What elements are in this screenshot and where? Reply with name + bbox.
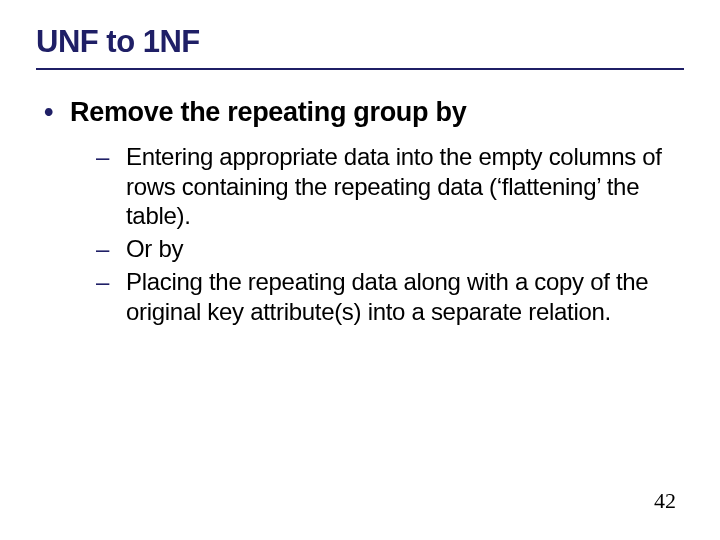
page-number: 42 — [654, 488, 676, 514]
slide-title: UNF to 1NF — [36, 24, 684, 66]
bullet-level2-text: Entering appropriate data into the empty… — [126, 143, 662, 229]
title-underline — [36, 68, 684, 70]
bullet-level2-item: Entering appropriate data into the empty… — [96, 142, 684, 230]
bullet-level2-item: Or by — [96, 234, 684, 263]
bullet-level2-item: Placing the repeating data along with a … — [96, 267, 684, 326]
bullet-level2-text: Or by — [126, 235, 183, 262]
bullet-level1-item: Remove the repeating group by Entering a… — [40, 96, 684, 326]
bullet-level1-text: Remove the repeating group by — [70, 97, 466, 127]
bullet-list-level2: Entering appropriate data into the empty… — [70, 142, 684, 326]
bullet-list-level1: Remove the repeating group by Entering a… — [36, 96, 684, 326]
slide: UNF to 1NF Remove the repeating group by… — [0, 0, 720, 540]
bullet-level2-text: Placing the repeating data along with a … — [126, 268, 648, 324]
